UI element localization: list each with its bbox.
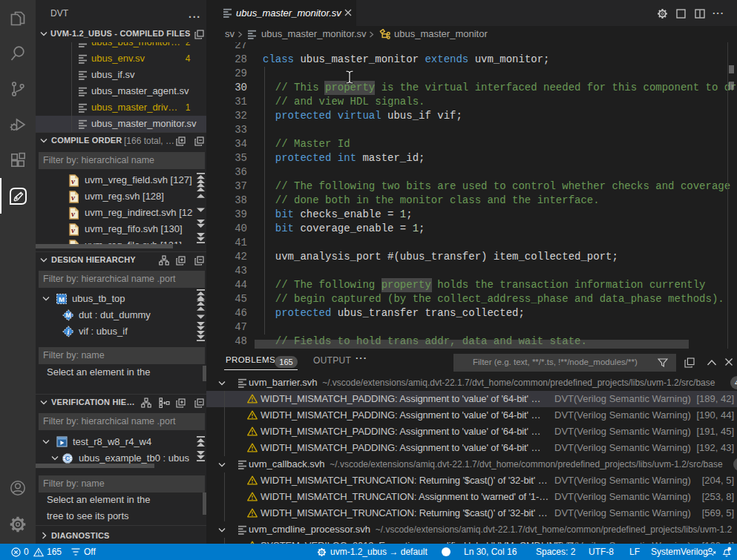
svg-text:v: v xyxy=(71,193,75,202)
svg-text:M: M xyxy=(65,312,71,319)
svg-text:v: v xyxy=(71,177,75,185)
svg-text:v: v xyxy=(71,209,75,218)
svg-text:C: C xyxy=(65,454,71,462)
svg-text:v: v xyxy=(71,225,75,234)
svg-text:M: M xyxy=(59,295,65,303)
svg-text:i: i xyxy=(68,328,70,336)
